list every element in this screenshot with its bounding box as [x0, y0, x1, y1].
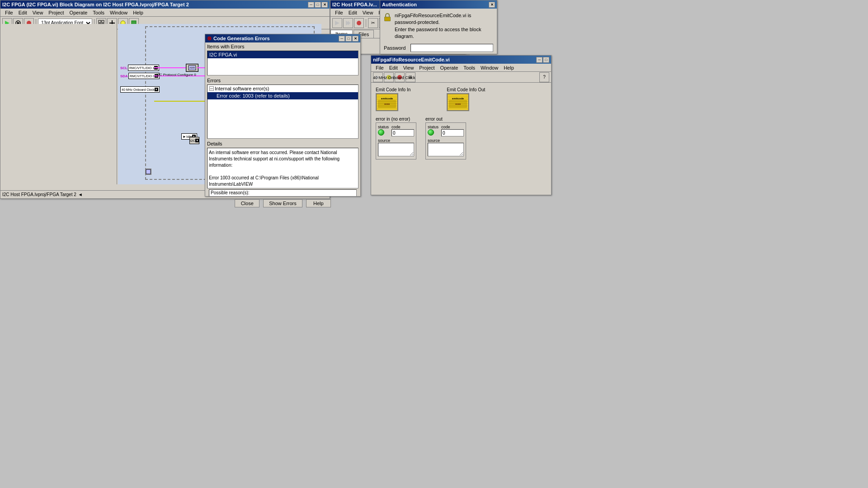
- error-btn-bar: Close Show Errors Help: [205, 197, 360, 209]
- svg-rect-14: [146, 169, 151, 174]
- errors-tree: ─ Internal software error(s) Error code:…: [207, 84, 359, 139]
- fifo-menu-help[interactable]: Help: [501, 65, 517, 71]
- possible-reasons: Possible reason(s):: [209, 189, 357, 197]
- fifo-menu-file[interactable]: File: [373, 65, 387, 71]
- fifo-title: niFpgaFifoResourceEmitCode.vi: [373, 57, 450, 62]
- menu-operate[interactable]: Operate: [67, 9, 90, 16]
- auth-title: Authentication: [382, 2, 417, 7]
- error-out-status-group: status: [428, 125, 439, 136]
- details-section: An internal software error has occurred.…: [207, 148, 359, 197]
- fifo-window: niFpgaFifoResourceEmitCode.vi ─ □ File E…: [371, 55, 552, 195]
- menu-help[interactable]: Help: [130, 9, 146, 16]
- error-detail-item[interactable]: Error code: 1003 (refer to details): [208, 92, 358, 99]
- auth-title-bar: Authentication ✕: [380, 0, 497, 9]
- i2c-dropdown[interactable]: ▼: [195, 139, 199, 142]
- emit-code-in-icon: emitcode ≡≡≡: [376, 93, 398, 111]
- show-errors-btn[interactable]: Show Errors: [263, 199, 302, 207]
- tree-expander[interactable]: ─: [209, 86, 214, 91]
- svg-rect-4: [99, 20, 101, 23]
- svg-rect-25: [378, 100, 396, 108]
- error-out-code-input[interactable]: [441, 129, 464, 136]
- svg-rect-28: [448, 95, 467, 109]
- error-item[interactable]: I2C FPGA.vi: [208, 51, 358, 58]
- clock-select[interactable]: 40 MHz Onboard Clock ▼: [120, 86, 160, 93]
- close-btn[interactable]: Close: [235, 199, 259, 207]
- error-maximize-btn[interactable]: □: [345, 36, 352, 42]
- error-in-code-input[interactable]: [392, 129, 414, 136]
- i2c-menu-view[interactable]: View: [360, 9, 376, 16]
- fifo-help-btn[interactable]: ?: [539, 72, 549, 82]
- i2c-run-btn[interactable]: [332, 18, 342, 28]
- error-in-status-group: status: [378, 125, 389, 136]
- minimize-btn[interactable]: ─: [308, 2, 314, 8]
- auth-msg1: niFpgaFifoResourceEmitCode.vi is passwor…: [395, 12, 493, 26]
- fifo-minimize-btn[interactable]: ─: [536, 57, 542, 63]
- status-text: I2C Host FPGA.lvproj/FPGA Target 2: [2, 192, 76, 197]
- scl-pin: SCL RMC/VTTL/DIO 1 ▼: [120, 65, 159, 71]
- svg-point-18: [357, 21, 361, 25]
- menu-edit[interactable]: Edit: [16, 9, 30, 16]
- error-out-status-label: status: [428, 125, 439, 129]
- fifo-menu-view[interactable]: View: [401, 65, 417, 71]
- maximize-btn[interactable]: □: [315, 2, 321, 8]
- error-in-status-row: status code: [378, 125, 414, 136]
- fifo-menu-operate[interactable]: Operate: [438, 65, 461, 71]
- svg-rect-22: [377, 94, 397, 110]
- lock-icon-container: [384, 12, 391, 40]
- fifo-menu-window[interactable]: Window: [478, 65, 501, 71]
- error-clusters-row: error in (no error) status code sour: [376, 117, 547, 160]
- i2c-menu-file[interactable]: File: [332, 9, 346, 16]
- error-controls: ─ □ ✕: [339, 36, 359, 42]
- error-in-box: status code source: [376, 122, 416, 160]
- clock-container: 40 MHz Onboard Clock ▼: [120, 86, 160, 93]
- main-title-bar: I2C FPGA (I2C FPGA.vi) Block Diagram on …: [0, 0, 330, 9]
- error-out-box: status code source: [425, 122, 466, 160]
- menu-project[interactable]: Project: [46, 9, 66, 16]
- emit-code-out-icon: emitcode ≡≡≡: [447, 93, 469, 111]
- fifo-menu-edit[interactable]: Edit: [387, 65, 401, 71]
- fifo-maximize-btn[interactable]: □: [543, 57, 549, 63]
- emit-code-in-label: Emit Code Info In: [376, 87, 410, 92]
- menu-view[interactable]: View: [30, 9, 46, 16]
- error-in-source-group: source: [378, 138, 414, 157]
- i2c-cut-btn[interactable]: ✂: [368, 18, 378, 28]
- svg-text:≡≡≡: ≡≡≡: [384, 103, 390, 106]
- error-close-x-btn[interactable]: ✕: [352, 36, 359, 42]
- menu-tools[interactable]: Tools: [90, 9, 107, 16]
- details-label: Details: [205, 140, 360, 147]
- error-in-source-textarea[interactable]: [378, 143, 414, 156]
- fifo-menu-tools[interactable]: Tools: [461, 65, 478, 71]
- error-out-source-textarea[interactable]: [428, 143, 464, 156]
- fifo-menu-project[interactable]: Project: [416, 65, 437, 71]
- auth-close-btn[interactable]: ✕: [489, 2, 495, 8]
- close-btn[interactable]: ✕: [321, 2, 328, 8]
- fifo-content: Emit Code Info In emitcode ≡≡≡ Emit Code…: [371, 83, 551, 164]
- error-window-icon: ⊗: [207, 35, 212, 42]
- menu-file[interactable]: File: [2, 9, 16, 16]
- svg-marker-15: [335, 21, 340, 25]
- auth-password-input[interactable]: [410, 44, 493, 52]
- error-window-title: Code Generation Errors: [213, 36, 270, 41]
- menu-window[interactable]: Window: [107, 9, 130, 16]
- i2c-menu-edit[interactable]: Edit: [346, 9, 360, 16]
- emit-code-in-cluster: Emit Code Info In emitcode ≡≡≡: [376, 87, 410, 111]
- i2c-block: I2C ▼: [189, 137, 199, 144]
- clock-dropdown-icon[interactable]: ▼: [155, 88, 158, 91]
- help-btn[interactable]: Help: [306, 199, 331, 207]
- scl-line: [154, 67, 186, 68]
- emit-code-row: Emit Code Info In emitcode ≡≡≡ Emit Code…: [376, 87, 547, 111]
- error-out-status-row: status code: [428, 125, 464, 136]
- error-out-code-group: code: [441, 125, 464, 136]
- error-in-label: error in (no error): [376, 117, 416, 122]
- i2c-stop-btn[interactable]: [354, 18, 364, 28]
- i2c-run2-btn[interactable]: [343, 18, 353, 28]
- scl-label: SCL: [120, 66, 127, 70]
- svg-rect-23: [377, 95, 396, 109]
- fifo-controls: ─ □: [536, 57, 549, 63]
- error-minimize-btn[interactable]: ─: [339, 36, 345, 42]
- fifo-title-bar: niFpgaFifoResourceEmitCode.vi ─ □: [371, 56, 551, 64]
- main-title: I2C FPGA (I2C FPGA.vi) Block Diagram on …: [2, 2, 189, 7]
- lock-body: [384, 17, 391, 21]
- items-list: I2C FPGA.vi: [207, 51, 359, 75]
- svg-text:emitcode: emitcode: [381, 97, 393, 100]
